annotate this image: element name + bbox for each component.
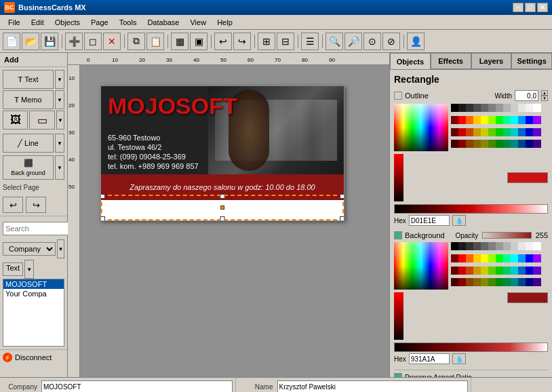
text-filter-button[interactable]: Text — [3, 262, 23, 276]
shape-button[interactable]: ▭ — [29, 111, 54, 130]
outline-width-input[interactable] — [515, 90, 538, 101]
object-list-button[interactable]: ☰ — [301, 33, 319, 50]
delete-button[interactable]: ✕ — [103, 33, 121, 50]
disconnect-label[interactable]: Disconnect — [15, 353, 52, 361]
color-swatch[interactable] — [533, 116, 541, 124]
bg-hue-bar[interactable] — [394, 292, 403, 340]
outline-gradient-bar[interactable] — [394, 204, 548, 214]
outline-section: Outline Width ▲ ▼ — [394, 90, 548, 226]
outline-hex-input[interactable] — [409, 215, 450, 226]
resize2-button[interactable]: ⊟ — [277, 33, 294, 50]
background-button[interactable]: ⬛ Back ground — [3, 155, 54, 180]
maximize-button[interactable]: □ — [525, 3, 536, 12]
zoom-in-button[interactable]: 🔍 — [326, 33, 343, 50]
undo-redo-row: ↩ ↪ — [0, 194, 67, 216]
menu-objects[interactable]: Objects — [50, 17, 85, 28]
menu-help[interactable]: Help — [212, 17, 238, 28]
text-filter-arrow[interactable]: ▼ — [24, 260, 34, 279]
par-label: Preserve Aspect Ratio — [405, 374, 472, 378]
copy-button[interactable]: ⧉ — [127, 33, 145, 50]
line-button[interactable]: ╱ Line — [3, 134, 54, 153]
tab-effects[interactable]: Effects — [431, 53, 471, 69]
menu-page[interactable]: Page — [85, 17, 114, 28]
outline-palette — [451, 104, 540, 151]
right-form: Name Position Tel. 1 Tel. 2 Email 2 Info… — [235, 378, 471, 392]
color-swatch[interactable] — [533, 128, 541, 136]
bg-hex-input[interactable] — [409, 353, 450, 364]
data-item-mojosoft[interactable]: MOJOSOFT — [3, 279, 64, 289]
color-swatch[interactable] — [533, 254, 541, 262]
window-controls[interactable]: ─ □ ✕ — [513, 3, 548, 12]
tab-layers[interactable]: Layers — [471, 53, 512, 69]
toolbar-btn2[interactable]: ◻ — [84, 33, 102, 50]
redo-button[interactable]: ↪ — [233, 33, 251, 50]
bg-eyedropper[interactable]: 💧 — [452, 353, 466, 364]
company-form-row: Company — [3, 380, 233, 392]
outline-hue-bar[interactable] — [394, 154, 403, 201]
company-form-input[interactable] — [41, 380, 233, 392]
save-button[interactable]: 💾 — [41, 33, 58, 50]
image-button[interactable]: 🖼 — [3, 111, 28, 130]
outline-width-down[interactable]: ▼ — [541, 96, 548, 101]
undo-left-button[interactable]: ↩ — [3, 197, 23, 213]
memo-button[interactable]: T Memo — [3, 90, 54, 109]
data-item-yourcompa[interactable]: Your Compa — [3, 289, 64, 298]
color-swatch[interactable] — [533, 267, 541, 275]
new-button[interactable]: 📄 — [3, 33, 20, 50]
line-dropdown-arrow[interactable]: ▼ — [55, 134, 64, 153]
text-dropdown-arrow[interactable]: ▼ — [55, 70, 64, 89]
resize-button[interactable]: ⊞ — [258, 33, 275, 50]
menu-edit[interactable]: Edit — [26, 17, 50, 28]
ruler-v-mark-40: 40 — [68, 157, 75, 163]
outline-checkbox[interactable] — [394, 92, 402, 100]
memo-dropdown-arrow[interactable]: ▼ — [55, 90, 64, 109]
bottom-form: Company City Street Tel.Fax WWW Email — [0, 377, 552, 392]
name-form-input[interactable] — [277, 380, 469, 392]
select-page: Select Page — [0, 181, 67, 194]
par-checkbox[interactable] — [394, 373, 402, 377]
tab-objects[interactable]: Objects — [390, 53, 431, 69]
shape-dropdown-arrow[interactable]: ▼ — [56, 111, 64, 130]
bg-gradient-bar[interactable] — [394, 342, 548, 352]
card-street: ul. Testowa 46/2 — [108, 142, 199, 152]
background-checkbox[interactable] — [394, 231, 402, 239]
business-card[interactable]: MOJOSOFT 65-960 Testowo ul. Testowa 46/2… — [100, 85, 344, 221]
color-swatch[interactable] — [533, 242, 541, 250]
add-object-button[interactable]: ➕ — [65, 33, 83, 50]
color-swatch[interactable] — [533, 104, 541, 112]
text-button[interactable]: T Text — [3, 70, 54, 89]
align-button[interactable]: ▦ — [171, 33, 189, 50]
menu-tools[interactable]: Tools — [114, 17, 142, 28]
outline-spectrum-inner — [394, 104, 448, 151]
menu-file[interactable]: File — [3, 17, 26, 28]
zoom-fit-button[interactable]: ⊙ — [363, 33, 381, 50]
outline-spectrum[interactable] — [394, 104, 448, 151]
paste-button[interactable]: 📋 — [146, 33, 164, 50]
user-button[interactable]: 👤 — [407, 33, 425, 50]
minimize-button[interactable]: ─ — [513, 3, 524, 12]
left-form: Company City Street Tel.Fax WWW Email — [0, 378, 235, 392]
card-company-name: MOJOSOFT — [108, 93, 237, 119]
zoom-reset-button[interactable]: ⊘ — [382, 33, 400, 50]
menu-database[interactable]: Database — [142, 17, 184, 28]
bg-spectrum[interactable] — [394, 242, 448, 290]
outline-eyedropper[interactable]: 💧 — [452, 215, 466, 226]
redo-right-button[interactable]: ↪ — [26, 197, 46, 213]
align2-button[interactable]: ▣ — [190, 33, 208, 50]
zoom-out-button[interactable]: 🔎 — [344, 33, 362, 50]
menu-view[interactable]: View — [184, 17, 212, 28]
color-swatch[interactable] — [533, 140, 541, 148]
undo-button[interactable]: ↩ — [214, 33, 232, 50]
color-swatch[interactable] — [533, 278, 541, 286]
bg-opacity-slider[interactable] — [482, 232, 531, 239]
tab-settings[interactable]: Settings — [511, 53, 552, 69]
outline-width-spinner[interactable]: ▲ ▼ — [541, 90, 548, 101]
close-button[interactable]: ✕ — [537, 3, 548, 12]
company-arrow[interactable]: ▼ — [57, 239, 64, 258]
outline-width-up[interactable]: ▲ — [541, 90, 548, 96]
outline-header: Outline Width ▲ ▼ — [394, 90, 548, 101]
open-button[interactable]: 📂 — [22, 33, 39, 50]
company-dropdown[interactable]: Company — [3, 242, 56, 256]
background-dropdown-arrow[interactable]: ▼ — [55, 155, 64, 180]
memo-row: T Memo ▼ — [3, 90, 64, 109]
